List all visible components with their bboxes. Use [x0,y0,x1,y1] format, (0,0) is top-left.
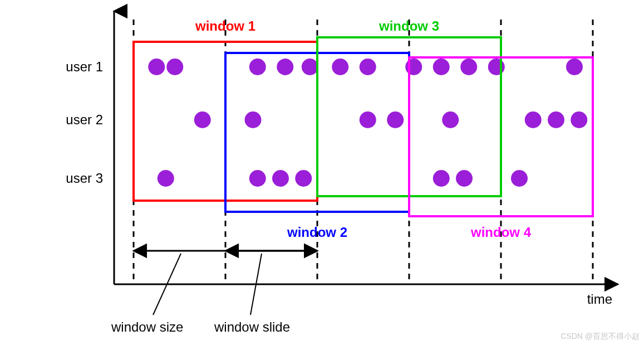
event-dot [360,111,376,128]
event-dot [277,59,293,75]
x-axis-label: time [587,291,612,307]
event-dot [387,111,404,128]
event-dot [302,59,318,75]
event-dot [571,111,587,128]
event-dot [166,59,183,75]
event-dot [158,170,174,187]
window-size-label: window size [111,319,183,334]
window-2-label: window 2 [287,225,347,240]
event-dot [488,59,505,75]
time-ticks [134,20,593,281]
sliding-window-diagram: time user 1user 2user 3 window 1window 2… [0,0,644,345]
event-dot [194,111,211,128]
event-dot [272,170,289,187]
event-dot [442,111,459,128]
event-dot [332,59,348,75]
row-labels: user 1user 2user 3 [66,59,103,186]
window-slide-label: window slide [214,319,290,334]
event-dot [433,170,450,187]
row-label: user 3 [66,171,103,186]
event-dot [405,59,422,75]
event-dot [148,59,165,75]
window-4-label: window 4 [470,225,532,240]
row-label: user 2 [66,112,103,127]
event-dot [548,111,564,128]
event-dot [525,111,542,128]
event-dot [460,59,477,75]
event-dot [511,170,528,187]
event-dot [433,59,450,75]
watermark: CSDN @百思不得小赵 [561,332,640,342]
event-dot [249,59,266,75]
axes: time [114,11,618,307]
event-dot [566,59,583,75]
size-slide-annotation: window size window slide [111,251,317,334]
row-label: user 1 [66,59,103,74]
window-labels: window 1window 2window 3window 4 [195,18,532,240]
window-3-label: window 3 [378,18,439,33]
event-dot [249,170,266,187]
event-dot [245,111,262,128]
event-dot [456,170,473,187]
event-dot [360,59,376,75]
event-dot [295,170,312,187]
event-dots [148,59,587,187]
window-1-label: window 1 [195,18,255,33]
